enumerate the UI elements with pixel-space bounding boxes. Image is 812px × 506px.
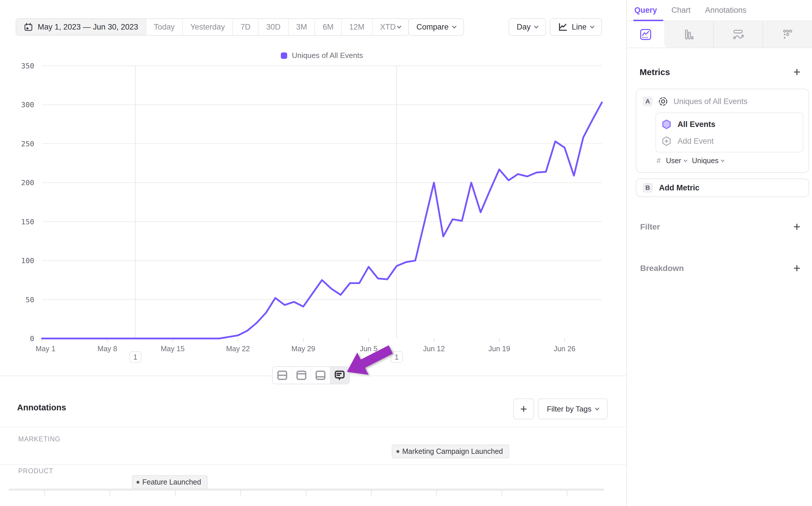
metric-card-a: A Uniques of All Events All Events (636, 89, 809, 173)
tab-query[interactable]: Query (634, 6, 657, 15)
svg-text:150: 150 (21, 218, 34, 226)
flows-icon (731, 28, 745, 41)
ruler-tick (175, 490, 176, 496)
svg-text:100: 100 (21, 256, 34, 265)
ruler-tick (44, 490, 45, 496)
agg-entity-dropdown[interactable]: User (666, 157, 687, 165)
divider (0, 427, 626, 427)
annotations-title: Annotations (17, 403, 66, 412)
metrics-grid-icon (781, 28, 794, 41)
ruler-tick (240, 490, 241, 496)
preset-3m[interactable]: 3M (289, 19, 315, 35)
preset-6m[interactable]: 6M (315, 19, 342, 35)
metric-badge-a: A (643, 96, 653, 106)
layout-bottom-button[interactable] (311, 367, 330, 384)
preset-30d[interactable]: 30D (259, 19, 289, 35)
annotation-count-badge[interactable]: 1 (391, 351, 403, 363)
annotations-timeline-ruler (9, 489, 604, 496)
agg-function-dropdown[interactable]: Uniques (692, 157, 724, 165)
calendar-icon (24, 22, 33, 31)
ruler-tick (371, 490, 371, 496)
ruler-tick (109, 490, 110, 496)
preset-yesterday[interactable]: Yesterday (183, 19, 233, 35)
annotation-dot-icon (396, 450, 399, 453)
svg-text:200: 200 (21, 178, 34, 187)
ruler-bar (9, 489, 604, 491)
visualization-switcher (627, 21, 812, 48)
granularity-button[interactable]: Day (509, 18, 546, 36)
viz-metrics-grid[interactable] (763, 21, 812, 48)
chevron-down-icon (397, 24, 401, 28)
filter-by-tags-button[interactable]: Filter by Tags (538, 399, 608, 419)
panel-layout-toolbar (272, 366, 350, 384)
metrics-header: Metrics + (627, 66, 812, 78)
chevron-down-icon (721, 158, 725, 162)
annotation-chip-product[interactable]: Feature Launched (132, 475, 207, 489)
layout-split-button[interactable] (273, 367, 292, 384)
annotations-toggle-button[interactable] (330, 367, 349, 384)
date-range-button[interactable]: May 1, 2023 — Jun 30, 2023 (16, 19, 146, 35)
viz-inactive-group (664, 21, 812, 48)
layout-top-button[interactable] (292, 367, 311, 384)
annotation-group-product: PRODUCT (18, 467, 53, 475)
svg-text:Jun 19: Jun 19 (488, 345, 510, 353)
svg-text:0: 0 (30, 334, 34, 343)
metric-a-name: Uniques of All Events (673, 97, 747, 106)
svg-text:May 1: May 1 (36, 345, 55, 353)
tab-chart[interactable]: Chart (671, 6, 691, 15)
preset-12m[interactable]: 12M (342, 19, 373, 35)
viz-flows[interactable] (714, 21, 763, 48)
layout-split-icon (276, 369, 288, 382)
svg-text:Jun 26: Jun 26 (554, 345, 575, 353)
divider (0, 464, 626, 465)
add-filter-button[interactable]: + (793, 221, 800, 233)
ruler-tick (567, 490, 567, 496)
hexagon-plus-icon (662, 136, 671, 146)
preset-today[interactable]: Today (146, 19, 183, 35)
metric-a-row[interactable]: A Uniques of All Events (636, 89, 809, 107)
legend-swatch (281, 53, 287, 59)
preset-xtd-dropdown[interactable]: XTD (373, 19, 408, 35)
chevron-down-icon (684, 158, 688, 162)
add-metric-plus-button[interactable]: + (793, 66, 800, 78)
hexagon-icon (662, 119, 671, 129)
annotations-header: Annotations + Filter by Tags (0, 393, 626, 427)
date-range-group: May 1, 2023 — Jun 30, 2023 Today Yesterd… (16, 18, 409, 36)
add-annotation-button[interactable]: + (513, 399, 534, 419)
svg-text:May 29: May 29 (291, 345, 315, 353)
query-sidebar: Query Chart Annotations (626, 0, 812, 506)
preset-7d[interactable]: 7D (233, 19, 259, 35)
compare-button[interactable]: Compare (408, 18, 464, 36)
legend-label: Uniques of All Events (292, 51, 363, 60)
chevron-down-icon (590, 24, 595, 28)
svg-text:300: 300 (21, 100, 34, 109)
metrics-title: Metrics (640, 67, 670, 77)
event-row-all-events[interactable]: All Events (656, 116, 803, 133)
viz-bar-chart[interactable] (664, 21, 714, 48)
annotation-chip-marketing[interactable]: Marketing Campaign Launched (392, 444, 509, 458)
ruler-tick (436, 490, 437, 496)
tab-annotations[interactable]: Annotations (705, 6, 746, 15)
metric-card-b-add-metric[interactable]: B Add Metric (636, 178, 809, 197)
date-range-label: May 1, 2023 — Jun 30, 2023 (38, 23, 138, 31)
add-breakdown-button[interactable]: + (793, 262, 800, 274)
annotation-group-marketing: MARKETING (18, 435, 61, 443)
filter-section: Filter + (627, 221, 812, 233)
svg-text:250: 250 (21, 140, 34, 148)
chart-type-button[interactable]: Line (550, 18, 602, 36)
svg-text:Jun 5: Jun 5 (360, 345, 377, 353)
viz-insights-active[interactable] (627, 21, 664, 48)
layout-top-icon (295, 369, 307, 382)
annotation-dot-icon (137, 481, 140, 484)
layout-bottom-icon (314, 369, 327, 382)
add-event-row[interactable]: Add Event (656, 133, 803, 150)
annotation-count-badge[interactable]: 1 (129, 351, 142, 363)
event-list-card: All Events Add Event (655, 112, 803, 153)
chevron-down-icon (452, 24, 457, 28)
svg-text:350: 350 (21, 62, 34, 70)
chevron-down-icon (595, 406, 600, 410)
top-toolbar: May 1, 2023 — Jun 30, 2023 Today Yesterd… (0, 0, 626, 49)
svg-text:May 15: May 15 (161, 345, 185, 353)
ruler-tick (306, 490, 306, 496)
chart-legend: Uniques of All Events (42, 51, 602, 60)
